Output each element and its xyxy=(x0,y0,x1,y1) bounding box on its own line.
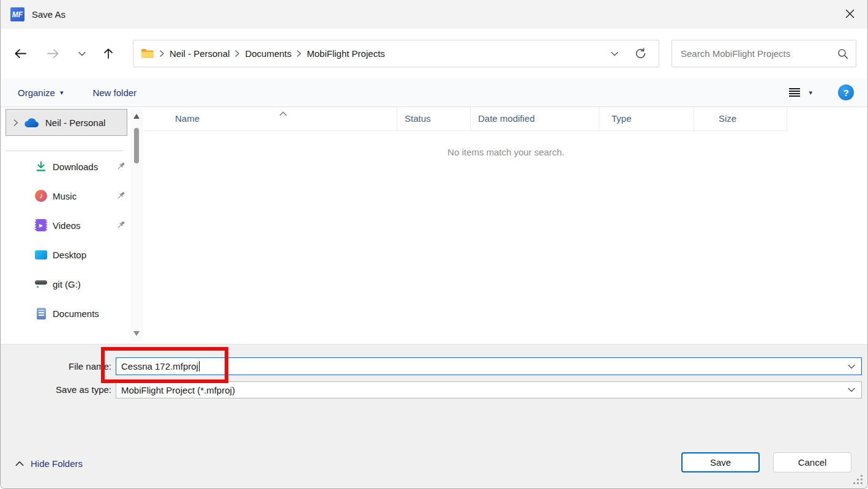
save-as-type-value: MobiFlight Project (*.mfproj) xyxy=(121,385,235,395)
close-icon xyxy=(845,9,855,20)
view-caret-down-icon[interactable]: ▾ xyxy=(809,89,812,96)
column-header-size[interactable]: Size xyxy=(694,107,787,131)
pin-icon xyxy=(116,220,125,231)
onedrive-cloud-icon xyxy=(24,118,40,128)
title-bar: MF Save As xyxy=(1,0,867,29)
sidebar-scrollbar[interactable] xyxy=(130,108,143,342)
folder-icon xyxy=(141,48,154,59)
column-header-status[interactable]: Status xyxy=(397,107,471,131)
drive-icon xyxy=(34,280,48,288)
chevron-up-icon xyxy=(15,461,24,466)
sidebar-item-label: Neil - Personal xyxy=(45,118,105,128)
organize-label: Organize xyxy=(18,88,55,98)
documents-icon xyxy=(34,308,48,319)
column-header-date-modified[interactable]: Date modified xyxy=(471,107,599,131)
dialog-footer: File name: Cessna 172.mfproj Save as typ… xyxy=(1,344,867,489)
pin-icon xyxy=(116,191,125,202)
sidebar-item-label: Desktop xyxy=(53,250,86,260)
mobiflight-logo-icon: MF xyxy=(10,7,24,21)
sidebar-item-onedrive[interactable]: Neil - Personal xyxy=(6,109,127,136)
save-as-type-select[interactable]: MobiFlight Project (*.mfproj) xyxy=(116,381,862,398)
save-button[interactable]: Save xyxy=(681,452,760,472)
file-name-label: File name: xyxy=(1,361,111,371)
downloads-icon xyxy=(34,160,48,173)
scroll-down-icon[interactable] xyxy=(133,331,140,336)
sidebar-item-music[interactable]: ♪ Music xyxy=(1,181,129,211)
breadcrumb-item[interactable]: Documents xyxy=(241,48,295,59)
close-button[interactable] xyxy=(840,6,859,23)
sidebar-item-documents[interactable]: Documents xyxy=(1,299,129,328)
breadcrumb-item[interactable]: Neil - Personal xyxy=(166,48,233,59)
address-dropdown-icon[interactable] xyxy=(610,50,619,58)
scroll-up-icon[interactable] xyxy=(133,114,140,119)
expand-chevron-icon[interactable] xyxy=(13,119,18,127)
breadcrumb-item[interactable]: MobiFlight Projects xyxy=(303,48,389,59)
chevron-right-icon xyxy=(296,50,302,58)
list-view-icon[interactable] xyxy=(789,88,800,89)
column-headers: Name Status Date modified Type Size xyxy=(144,107,867,131)
forward-icon[interactable] xyxy=(46,48,61,59)
refresh-icon[interactable] xyxy=(635,48,646,59)
window-title: Save As xyxy=(32,9,65,20)
videos-icon: ▶ xyxy=(34,219,48,231)
chevron-right-icon xyxy=(234,50,240,58)
sidebar-item-videos[interactable]: ▶ Videos xyxy=(1,211,129,240)
scrollbar-thumb[interactable] xyxy=(134,128,139,163)
search-input[interactable] xyxy=(679,48,837,59)
text-cursor xyxy=(199,361,200,371)
sidebar-divider xyxy=(6,151,123,151)
music-icon: ♪ xyxy=(34,190,48,202)
save-as-type-dropdown-icon[interactable] xyxy=(847,386,856,394)
hide-folders-label: Hide Folders xyxy=(31,458,83,469)
new-folder-button[interactable]: New folder xyxy=(92,88,137,98)
search-icon[interactable] xyxy=(837,48,848,59)
file-list: Name Status Date modified Type Size No i… xyxy=(144,107,867,344)
sidebar-item-label: Videos xyxy=(53,220,81,231)
organize-button[interactable]: Organize ▾ xyxy=(18,88,63,98)
save-as-dialog: MF Save As Neil - Personal xyxy=(0,0,868,489)
sidebar-item-label: Music xyxy=(53,191,77,201)
file-name-value: Cessna 172.mfproj xyxy=(121,361,198,371)
chevron-right-icon xyxy=(159,50,165,58)
sort-ascending-icon xyxy=(279,108,287,118)
search-box xyxy=(672,40,856,67)
content-area: Neil - Personal Downloads ♪ Music xyxy=(1,107,867,344)
save-as-type-label: Save as type: xyxy=(1,384,111,395)
cancel-button[interactable]: Cancel xyxy=(773,452,851,472)
help-icon: ? xyxy=(843,88,848,98)
resize-grip[interactable] xyxy=(853,475,855,477)
sidebar-item-label: Downloads xyxy=(53,162,98,172)
sidebar-item-git-drive[interactable]: git (G:) xyxy=(1,269,129,299)
column-header-type[interactable]: Type xyxy=(599,107,694,131)
navigation-pane: Neil - Personal Downloads ♪ Music xyxy=(1,107,144,344)
file-name-input[interactable]: Cessna 172.mfproj xyxy=(116,357,862,375)
sidebar-item-label: Documents xyxy=(53,308,99,319)
file-name-dropdown-icon[interactable] xyxy=(847,362,856,371)
breadcrumb[interactable]: Neil - Personal Documents MobiFlight Pro… xyxy=(133,40,659,67)
column-header-name[interactable]: Name xyxy=(144,107,397,131)
command-bar: Organize ▾ New folder ▾ ? xyxy=(1,78,867,107)
sidebar-item-downloads[interactable]: Downloads xyxy=(1,152,129,181)
back-icon[interactable] xyxy=(13,48,28,59)
hide-folders-button[interactable]: Hide Folders xyxy=(15,458,83,469)
caret-down-icon: ▾ xyxy=(60,89,64,96)
up-icon[interactable] xyxy=(102,48,114,59)
recent-locations-icon[interactable] xyxy=(78,50,86,58)
navigation-bar: Neil - Personal Documents MobiFlight Pro… xyxy=(1,29,867,78)
help-button[interactable]: ? xyxy=(838,84,854,100)
sidebar-item-label: git (G:) xyxy=(53,279,81,289)
desktop-icon xyxy=(34,250,48,259)
pin-icon xyxy=(116,162,125,173)
logo-text: MF xyxy=(12,10,23,19)
new-folder-label: New folder xyxy=(92,88,137,98)
empty-list-message: No items match your search. xyxy=(144,147,867,157)
sidebar-item-desktop[interactable]: Desktop xyxy=(1,240,129,269)
